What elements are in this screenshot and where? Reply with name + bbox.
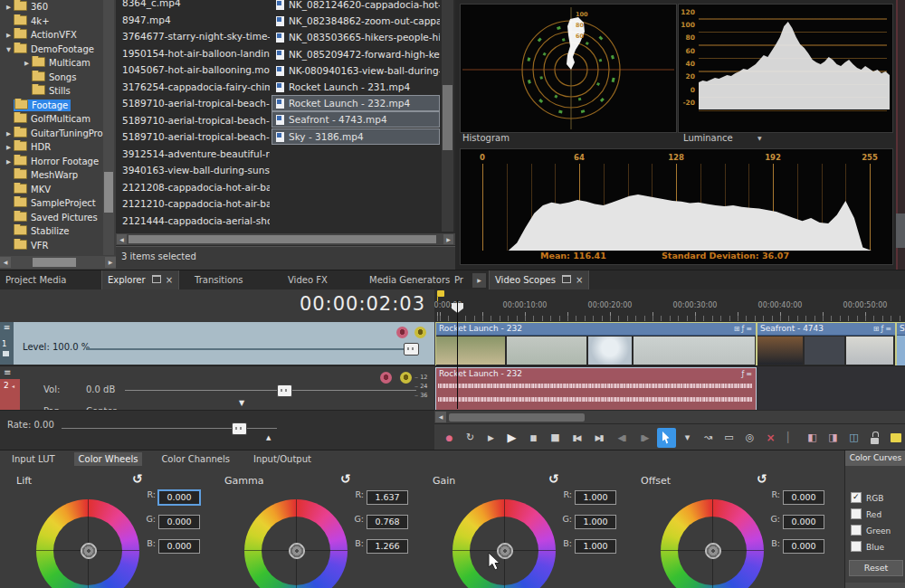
file-list-item[interactable]: Seafront - 4743.mp4 [272, 111, 440, 128]
file-list-item[interactable]: 3912514-adventure-beautiful-ro... [118, 146, 270, 163]
solo-button[interactable] [400, 372, 412, 384]
file-list-item[interactable]: 5189710-aerial-tropical-beach-b... [118, 95, 270, 112]
filelist-hscrollbar-thumb[interactable] [129, 235, 436, 243]
crossfade-icon[interactable]: ◫ [844, 428, 863, 448]
scroll-left-icon[interactable]: ◀ [117, 234, 127, 244]
file-list-item[interactable]: 3764677-starry-night-sky-time-l... [118, 28, 270, 45]
checkbox-icon[interactable] [851, 525, 862, 536]
audio-track-strip[interactable]: 2 ◂ [0, 379, 20, 411]
g-value-field[interactable]: 1.000 [575, 515, 616, 529]
folder-tree-item[interactable]: ▶GuitarTuningPro [0, 127, 116, 141]
stop-icon[interactable]: ■ [546, 428, 565, 448]
level-slider-handle[interactable] [404, 343, 419, 356]
scroll-right-icon[interactable]: ▶ [443, 234, 453, 244]
envelope-tool-icon[interactable]: ↝ [699, 428, 718, 448]
vol-slider-handle[interactable] [277, 384, 292, 397]
prev-frame-icon[interactable]: ◀▮ [612, 428, 633, 448]
folder-tree-item[interactable]: 4k+ [0, 14, 116, 29]
timeline-horizontal-scrollbar[interactable]: ◀ [434, 410, 905, 424]
reset-icon[interactable]: ↺ [548, 471, 559, 486]
file-list-item[interactable]: Rocket Launch - 232.mp4 [272, 95, 440, 111]
vol-slider[interactable] [125, 390, 416, 391]
tab-project-media[interactable]: Project Media [5, 270, 66, 290]
luminance-channel-selector[interactable]: Luminance [683, 133, 733, 143]
b-value-field[interactable]: 1.000 [575, 539, 616, 554]
clip-menu-icon[interactable]: ≡ [746, 325, 754, 333]
r-value-field[interactable]: 1.637 [367, 490, 408, 505]
audio-track-header[interactable]: ≡ 2 ◂ Vol: 0.0 dB ▼ Pan: Center 122436 [0, 365, 434, 411]
channel-checkbox-row[interactable]: RGB [851, 492, 891, 508]
lock-icon[interactable] [865, 428, 884, 448]
channel-checkbox-row[interactable]: Red [851, 508, 891, 525]
tab-transitions[interactable]: Transitions [195, 270, 243, 290]
solo-button[interactable] [414, 327, 426, 338]
folder-tree-item[interactable]: ▶Horror Footage [0, 155, 116, 169]
folder-tree-item[interactable]: Stills [0, 84, 116, 99]
selection-tool-icon[interactable]: ▭ [719, 428, 738, 448]
folder-tree-item[interactable]: ▶360 [0, 0, 116, 14]
track-menu-icon[interactable]: ≡ [0, 323, 14, 332]
timecode-display[interactable]: 00:00:02:03 [300, 293, 425, 315]
dock-divider-handle[interactable] [896, 213, 905, 248]
collapse-arrow-icon[interactable]: ◂ [12, 383, 14, 389]
video-track-strip[interactable]: ≡ 1 [0, 322, 14, 365]
video-track-header[interactable]: ≡ 1 Level: 100.0 % [0, 322, 434, 365]
chevron-down-icon[interactable]: ▼ [757, 135, 762, 141]
expander-icon[interactable]: ▶ [4, 1, 14, 14]
folder-tree-item[interactable]: MKV [0, 183, 116, 197]
file-list-item[interactable]: 8364_c.mp4 [118, 0, 270, 12]
grading-tab[interactable]: Color Channels [157, 452, 234, 466]
b-value-field[interactable]: 0.000 [158, 539, 200, 554]
trim-icon[interactable]: ▏ [782, 428, 801, 448]
normal-edit-tool-icon[interactable] [657, 428, 676, 448]
fade-out-icon[interactable]: ◨ [824, 428, 843, 448]
tool-dropdown-icon[interactable]: ▾ [678, 428, 697, 448]
folder-tree-item[interactable]: MeshWarp [0, 168, 116, 183]
file-list-item[interactable]: 5189710-aerial-tropical-beach-b... [118, 112, 270, 129]
scroll-left-icon[interactable]: ◀ [435, 412, 446, 422]
tab-video-scopes[interactable]: Video Scopes× [489, 270, 589, 290]
folder-tree-item[interactable]: ▼DemoFootage [0, 43, 116, 57]
go-to-start-icon[interactable]: ▮◀ [567, 428, 587, 448]
wheel-puck[interactable] [81, 543, 97, 559]
close-icon[interactable]: × [166, 275, 173, 285]
expander-icon[interactable]: ▶ [4, 29, 14, 43]
clip-menu-icon[interactable]: ≡ [885, 325, 893, 333]
b-value-field[interactable]: 1.266 [367, 539, 408, 554]
folder-tree-item[interactable]: Stabilize [0, 224, 116, 239]
reset-icon[interactable]: ↺ [340, 471, 351, 486]
fade-in-icon[interactable]: ◧ [803, 428, 822, 448]
folder-tree-item[interactable]: Songs [0, 71, 116, 85]
file-list-item[interactable]: 3176254-cappadocia-fairy-chim... [118, 79, 270, 96]
mute-button[interactable] [380, 372, 392, 384]
clip-menu-icon[interactable]: ≡ [746, 370, 754, 378]
filelist-vertical-scrollbar[interactable] [442, 0, 453, 232]
folder-tree-item[interactable]: ▶HDR [0, 140, 116, 155]
file-list-item[interactable]: NK-080940163-view-ball-during-sunse... [272, 62, 440, 79]
color-curves-title[interactable]: Color Curves [845, 450, 905, 466]
r-value-field[interactable]: 0.000 [158, 490, 200, 505]
curves-reset-button[interactable]: Reset [849, 560, 903, 576]
timeline-scrollbar-thumb[interactable] [449, 413, 585, 422]
next-frame-icon[interactable]: ▮▶ [634, 428, 655, 448]
expander-icon[interactable]: ▶ [4, 156, 14, 169]
grading-tab[interactable]: Input/Output [249, 452, 316, 466]
tab-overflow-icon[interactable]: ▶ [472, 273, 486, 288]
folder-tree-item[interactable]: VFR [0, 239, 116, 253]
zoom-tool-icon[interactable]: ◎ [740, 428, 759, 448]
folder-tree-item[interactable]: ▶ActionVFX [0, 28, 116, 43]
checkbox-icon[interactable] [851, 541, 862, 552]
tab-explorer[interactable]: Explorer× [101, 270, 179, 290]
file-list-item[interactable]: 2121208-cappadocia-hot-air-bal... [118, 179, 270, 196]
marker-icon[interactable] [886, 428, 905, 448]
tab-clipped[interactable]: Pr [454, 270, 469, 290]
timeline-marker-flag[interactable] [437, 290, 444, 297]
video-clip-rocket-launch[interactable]: Rocket Launch - 232 ⊞ƒ≡ [435, 322, 757, 365]
track-menu-icon[interactable]: ≡ [4, 367, 11, 377]
scroll-right-icon[interactable]: ▶ [105, 257, 116, 268]
vol-value[interactable]: 0.0 dB [86, 384, 115, 394]
grading-tab[interactable]: Color Wheels [74, 452, 143, 466]
b-value-field[interactable]: 0.000 [783, 539, 824, 554]
file-list-item[interactable]: 2121444-cappadocia-aerial-shot... [118, 213, 270, 230]
close-icon[interactable]: × [576, 275, 583, 285]
